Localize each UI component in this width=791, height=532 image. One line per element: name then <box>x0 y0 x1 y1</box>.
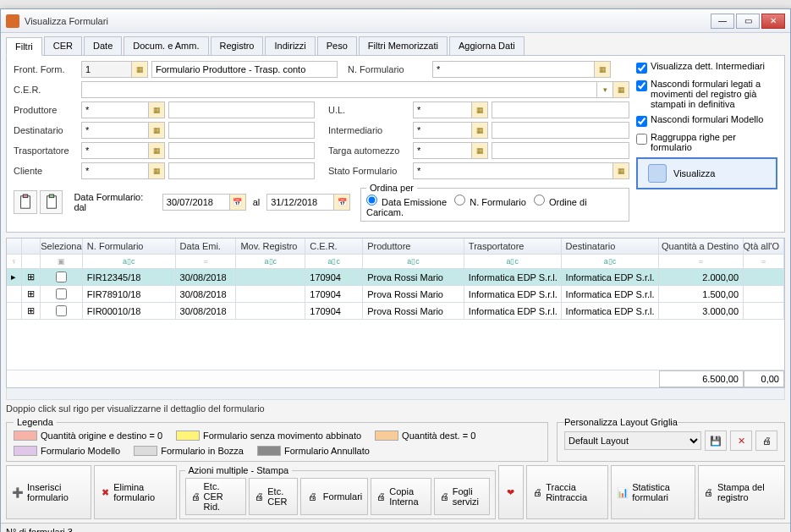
tab-peso[interactable]: Peso <box>317 36 357 55</box>
formulari-button[interactable]: 🖨Formulari <box>300 478 368 515</box>
col-produttore[interactable]: Produttore <box>363 239 464 254</box>
nformulario-clear-icon[interactable]: ▦ <box>594 61 611 78</box>
cer-input[interactable] <box>81 81 597 98</box>
check-nascondi-modello[interactable]: Nascondi formulari Modello <box>636 114 777 127</box>
minimize-button[interactable]: — <box>711 14 734 29</box>
stato-lookup-icon[interactable]: ▦ <box>612 162 629 179</box>
trasportatore-lookup-icon[interactable]: ▦ <box>148 142 165 159</box>
cer-clear-icon[interactable]: ▦ <box>612 81 629 98</box>
traccia-button[interactable]: 🖨Traccia Rintraccia <box>526 465 608 519</box>
printer-icon: 🖨 <box>376 490 386 503</box>
produttore-desc-input[interactable] <box>168 101 315 118</box>
frontform-lookup-icon[interactable]: ▦ <box>131 61 148 78</box>
intermediario-desc-input[interactable] <box>492 122 629 139</box>
table-row[interactable]: ⊞FIR00010/1830/08/2018170904Prova Rossi … <box>7 303 784 320</box>
clipboard-paste-button[interactable] <box>40 190 63 214</box>
layout-select[interactable]: Default Layout <box>564 431 701 450</box>
intermediario-input[interactable] <box>413 122 472 139</box>
statistica-button[interactable]: 📊Statistica formulari <box>611 465 695 519</box>
tab-aggiorna[interactable]: Aggiorna Dati <box>449 36 525 55</box>
date-to-picker-icon[interactable]: 📅 <box>333 194 350 211</box>
ordina-fieldset: Ordina per Data Emissione N. Formulario … <box>360 183 629 222</box>
check-nascondi-registro[interactable]: Nascondi formulari legati a movimenti de… <box>636 79 777 109</box>
ul-desc-input[interactable] <box>492 101 629 118</box>
save-layout-button[interactable]: 💾 <box>705 431 727 451</box>
printer-icon: 🖨 <box>255 490 264 503</box>
destinatario-input[interactable] <box>81 122 149 139</box>
produttore-lookup-icon[interactable]: ▦ <box>148 101 165 118</box>
tab-registro[interactable]: Registro <box>211 36 264 55</box>
col-destinatario[interactable]: Destinatario <box>562 239 660 254</box>
personalizza-layout-fieldset: Personalizza Layout Griglia Default Layo… <box>557 417 785 462</box>
etc-cer-rid-button[interactable]: 🖨Etc. CER Rid. <box>185 478 247 515</box>
ordina-opt1[interactable]: Data Emissione <box>366 197 447 207</box>
copia-interna-button[interactable]: 🖨Copia Interna <box>371 478 431 515</box>
destinatario-desc-input[interactable] <box>168 122 315 139</box>
stampa-registro-button[interactable]: 🖨Stampa del registro <box>698 465 785 519</box>
table-row[interactable]: ⊞FIR78910/1830/08/2018170904Prova Rossi … <box>7 286 784 303</box>
label-al: al <box>253 197 261 207</box>
tab-indirizzi[interactable]: Indirizzi <box>265 36 315 55</box>
fogli-servizi-button[interactable]: 🖨Fogli servizi <box>434 478 490 515</box>
date-from-picker-icon[interactable]: 📅 <box>229 194 246 211</box>
cliente-input[interactable] <box>81 162 149 179</box>
grid-filter-row[interactable]: ♀ ▣ a▯c = a▯c a▯c a▯c a▯c a▯c = = <box>7 255 784 269</box>
label-stato: Stato Formulario <box>328 166 413 176</box>
visualizza-button[interactable]: Visualizza <box>636 157 777 189</box>
destinatario-lookup-icon[interactable]: ▦ <box>148 122 165 139</box>
tab-cer[interactable]: CER <box>44 36 82 55</box>
col-dataemi[interactable]: Data Emi. <box>176 239 237 254</box>
stato-input[interactable] <box>413 162 613 179</box>
trasportatore-desc-input[interactable] <box>168 142 315 159</box>
col-cer[interactable]: C.E.R. <box>305 239 363 254</box>
tab-filtrimem[interactable]: Filtri Memorizzati <box>359 36 448 55</box>
label-intermediario: Intermediario <box>328 125 413 135</box>
maximize-button[interactable]: ▭ <box>736 14 760 29</box>
targa-lookup-icon[interactable]: ▦ <box>471 142 488 159</box>
targa-input[interactable] <box>413 142 472 159</box>
nformulario-input[interactable] <box>432 61 595 78</box>
col-movregistro[interactable]: Mov. Registro <box>236 239 305 254</box>
tab-filtri[interactable]: Filtri <box>6 37 42 56</box>
close-button[interactable]: ✕ <box>761 14 785 29</box>
elimina-button[interactable]: ✖Elimina formulario <box>94 465 177 519</box>
inserisci-button[interactable]: ➕Inserisci formulario <box>6 465 91 519</box>
magnifier-icon <box>648 164 667 183</box>
row-checkbox[interactable] <box>56 305 67 316</box>
etc-cer-button[interactable]: 🖨Etc. CER <box>249 478 298 515</box>
row-checkbox[interactable] <box>56 271 67 282</box>
cliente-desc-input[interactable] <box>168 162 315 179</box>
cer-dropdown-icon[interactable]: ▾ <box>596 81 613 98</box>
cliente-lookup-icon[interactable]: ▦ <box>148 162 165 179</box>
tab-docum[interactable]: Docum. e Amm. <box>124 36 208 55</box>
check-vis-intermediari[interactable]: Visualizza dett. Intermediari <box>636 61 777 74</box>
trasportatore-input[interactable] <box>81 142 149 159</box>
date-to-input[interactable] <box>266 194 334 211</box>
print-layout-button[interactable]: 🖨 <box>755 431 777 451</box>
intermediario-lookup-icon[interactable]: ▦ <box>471 122 488 139</box>
ordina-opt2[interactable]: N. Formulario <box>454 197 526 207</box>
grid-header-row: Seleziona N. Formulario Data Emi. Mov. R… <box>7 239 784 255</box>
row-checkbox[interactable] <box>56 288 67 299</box>
label-trasportatore: Trasportatore <box>14 145 81 156</box>
label-nformulario: N. Formulario <box>348 64 432 74</box>
delete-layout-button[interactable]: ✕ <box>730 431 752 451</box>
frontform-num-input[interactable] <box>81 61 132 78</box>
frontform-desc-input[interactable] <box>151 61 338 78</box>
col-qtyorig[interactable]: Qtà all'O <box>744 239 784 254</box>
clipboard-copy-button[interactable] <box>14 190 37 214</box>
col-qtydest[interactable]: Quantità a Destino <box>659 239 744 254</box>
grid-hscrollbar[interactable] <box>6 388 785 400</box>
col-seleziona[interactable]: Seleziona <box>41 239 83 254</box>
table-row[interactable]: ▸⊞FIR12345/1830/08/2018170904Prova Rossi… <box>7 269 784 286</box>
col-nformulario[interactable]: N. Formulario <box>83 239 176 254</box>
produttore-input[interactable] <box>81 101 149 118</box>
ul-lookup-icon[interactable]: ▦ <box>471 101 488 118</box>
targa-desc-input[interactable] <box>492 142 629 159</box>
tab-date[interactable]: Date <box>84 36 122 55</box>
heart-button[interactable]: ❤ <box>498 465 524 519</box>
ul-input[interactable] <box>413 101 472 118</box>
col-trasportatore[interactable]: Trasportatore <box>464 239 562 254</box>
date-from-input[interactable] <box>162 194 230 211</box>
check-raggruppa[interactable]: Raggruppa righe per formulario <box>636 132 777 152</box>
